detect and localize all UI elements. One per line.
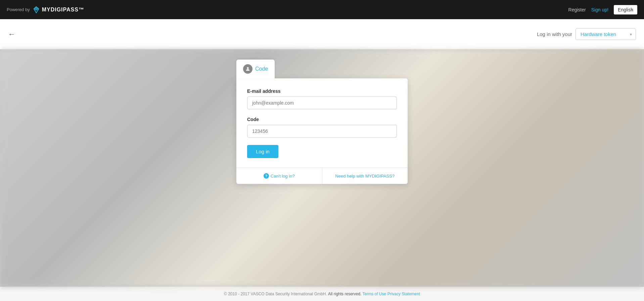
tab-bar: Code [236, 60, 408, 78]
login-with-text: Log in with your [537, 31, 572, 37]
code-tab-icon [243, 64, 252, 74]
brand-section: Powered by MYDIGIPASS™ [7, 6, 84, 13]
brand-name: MYDIGIPASS™ [42, 7, 84, 13]
navbar: Powered by MYDIGIPASS™ Register Sign up!… [0, 0, 644, 19]
login-container: Code E-mail address Code Log in ? Can't … [236, 60, 408, 184]
code-form-group: Code [247, 117, 397, 138]
code-input[interactable] [247, 125, 397, 138]
cant-login-link[interactable]: ? Can't log in? [236, 168, 322, 184]
login-with-section: Log in with your Hardware token [537, 28, 636, 40]
signup-link[interactable]: Sign up! [591, 7, 608, 12]
login-card: E-mail address Code Log in ? Can't log i… [236, 78, 408, 184]
copyright-text: © 2010 - 2017 VASCO Data Security Intern… [224, 292, 327, 296]
powered-by-text: Powered by [7, 7, 30, 12]
code-tab[interactable]: Code [236, 60, 275, 78]
hardware-token-dropdown[interactable]: Hardware token [576, 28, 636, 40]
svg-point-2 [247, 67, 248, 69]
email-input[interactable] [247, 97, 397, 109]
back-button[interactable]: ← [8, 31, 15, 38]
code-tab-label: Code [255, 66, 268, 72]
register-text: Register [568, 7, 586, 12]
sub-header: ← Log in with your Hardware token [0, 19, 644, 49]
login-button[interactable]: Log in [247, 145, 278, 158]
rights-text: All rights reserved. [328, 292, 361, 296]
code-label: Code [247, 117, 397, 122]
navbar-right: Register Sign up! English [568, 5, 637, 14]
language-selector[interactable]: English [614, 5, 637, 14]
email-form-group: E-mail address [247, 88, 397, 109]
page-footer: © 2010 - 2017 VASCO Data Security Intern… [0, 287, 644, 301]
cant-login-icon: ? [264, 173, 269, 179]
main-content: Code E-mail address Code Log in ? Can't … [0, 49, 644, 287]
brand-logo: MYDIGIPASS™ [33, 6, 84, 13]
mydigipass-logo-icon [33, 6, 40, 13]
email-label: E-mail address [247, 88, 397, 94]
cant-login-text: Can't log in? [271, 174, 295, 179]
need-help-link[interactable]: Need help with MYDIGIPASS? [322, 168, 408, 184]
hardware-token-dropdown-wrapper[interactable]: Hardware token [576, 28, 636, 40]
language-dropdown-wrapper[interactable]: English [614, 5, 637, 14]
privacy-link[interactable]: Privacy Statement [387, 292, 420, 296]
card-footer: ? Can't log in? Need help with MYDIGIPAS… [236, 167, 408, 184]
terms-link[interactable]: Terms of Use [363, 292, 386, 296]
user-icon [245, 66, 250, 72]
